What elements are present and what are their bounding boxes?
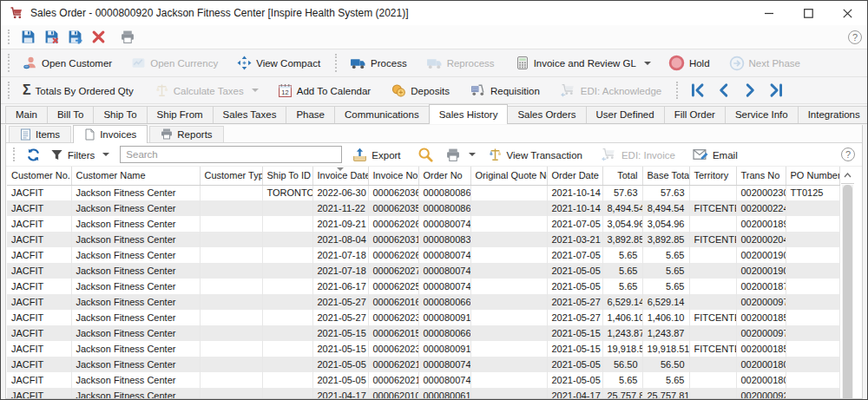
tab-service-info[interactable]: Service Info [725,106,799,123]
table-cell[interactable] [689,325,736,341]
table-cell[interactable] [262,200,312,216]
table-cell[interactable] [786,357,839,372]
table-cell[interactable] [786,263,839,279]
column-header-customer-type[interactable]: Customer Type [200,167,262,185]
table-row[interactable]: JACFITJackson Fitness Center2021-08-0400… [7,232,839,247]
table-cell[interactable]: Jackson Fitness Center [71,279,200,294]
table-cell[interactable]: JACFIT [7,279,71,294]
export-button[interactable]: Export [347,146,405,164]
table-cell[interactable]: Jackson Fitness Center [71,372,200,388]
table-cell[interactable]: 3,892.85 [642,232,689,247]
table-cell[interactable] [470,279,547,294]
table-cell[interactable]: 0020001802 [736,357,786,372]
table-cell[interactable]: 6,529.14 [642,294,689,310]
table-cell[interactable]: Jackson Fitness Center [71,263,200,279]
table-cell[interactable]: 0000800918 [418,310,470,325]
table-cell[interactable] [689,279,736,294]
table-cell[interactable]: 1,243.87 [602,325,642,341]
table-cell[interactable]: 2021-06-17 [312,279,368,294]
table-cell[interactable] [786,247,839,263]
table-cell[interactable] [786,341,839,357]
table-cell[interactable]: 2021-05-27 [312,310,368,325]
column-header-ship-to-id[interactable]: Ship To ID [262,167,312,185]
next-record-button[interactable] [737,80,763,101]
table-cell[interactable]: 56.50 [642,357,689,372]
table-cell[interactable]: 2021-04-17 [547,388,602,399]
email-button[interactable]: Email [687,146,743,163]
table-cell[interactable] [262,310,312,325]
open-customer-button[interactable]: Open Customer [16,53,118,73]
table-cell[interactable] [786,372,839,388]
table-cell[interactable]: 2021-05-05 [312,372,368,388]
table-cell[interactable]: 0000800911 [418,341,470,357]
table-cell[interactable]: JACFIT [7,185,71,200]
table-cell[interactable]: 0000800748 [418,279,470,294]
table-cell[interactable]: 2021-05-15 [312,325,368,341]
table-cell[interactable] [262,341,312,357]
table-cell[interactable]: 2021-05-27 [547,294,602,310]
table-row[interactable]: JACFITJackson Fitness Center2021-05-0500… [7,357,839,372]
minimize-button[interactable] [750,1,789,25]
table-cell[interactable]: 1,243.87 [642,325,689,341]
delete-button[interactable] [87,27,110,47]
table-cell[interactable]: 0000620219 [368,372,418,388]
table-cell[interactable]: 5.65 [642,279,689,294]
table-cell[interactable]: 2021-11-22 [312,200,368,216]
table-cell[interactable]: 8,494.54 [642,200,689,216]
table-cell[interactable]: 0020001852 [736,341,786,357]
table-cell[interactable] [470,294,547,310]
table-row[interactable]: JACFITJackson Fitness Center2021-04-1700… [7,388,839,399]
tab-phase[interactable]: Phase [286,106,335,123]
table-row[interactable]: JACFITJackson Fitness Center2021-05-1500… [7,341,839,357]
table-cell[interactable]: 25,757.81 [602,388,642,399]
table-cell[interactable]: 0020001903 [736,263,786,279]
table-cell[interactable]: 2021-04-17 [312,388,368,399]
table-cell[interactable] [262,294,312,310]
table-row[interactable]: JACFITJackson Fitness Center2021-05-2700… [7,310,839,325]
table-cell[interactable] [262,279,312,294]
table-cell[interactable]: 0020001892 [736,216,786,232]
tab-sales-history[interactable]: Sales History [429,104,509,124]
table-cell[interactable] [470,247,547,263]
table-cell[interactable] [200,294,262,310]
scrollbar-track[interactable] [842,185,853,399]
table-cell[interactable]: 0020001900 [736,247,786,263]
table-cell[interactable]: 0000620163 [368,294,418,310]
hold-button[interactable]: Hold [662,52,716,74]
table-cell[interactable] [470,200,547,216]
table-cell[interactable]: 2021-10-14 [547,200,602,216]
table-cell[interactable] [262,388,312,399]
table-cell[interactable] [200,357,262,372]
table-cell[interactable] [262,325,312,341]
deposits-button[interactable]: Deposits [385,81,456,101]
table-cell[interactable] [470,372,547,388]
table-cell[interactable]: Jackson Fitness Center [71,247,200,263]
scrollbar-thumb[interactable] [843,185,852,399]
table-cell[interactable]: 0000620261 [368,216,418,232]
help-icon[interactable]: ? [848,30,862,44]
table-cell[interactable] [470,232,547,247]
table-cell[interactable]: FITCENTER [689,200,736,216]
table-cell[interactable]: Jackson Fitness Center [71,310,200,325]
table-cell[interactable]: 5.65 [642,263,689,279]
table-cell[interactable]: 0000800748 [418,263,470,279]
table-cell[interactable]: FITCENTER [689,232,736,247]
table-cell[interactable] [689,388,736,399]
table-cell[interactable]: JACFIT [7,216,71,232]
table-cell[interactable] [689,372,736,388]
table-cell[interactable]: 0000620156 [368,325,418,341]
table-cell[interactable]: 0020001803 [736,372,786,388]
table-cell[interactable]: JACFIT [7,310,71,325]
table-cell[interactable]: 0000800834 [418,232,470,247]
table-cell[interactable] [470,388,547,399]
subtab-items[interactable]: Items [9,126,71,142]
table-cell[interactable]: Jackson Fitness Center [71,388,200,399]
table-cell[interactable]: 0000620272 [368,263,418,279]
table-cell[interactable] [689,185,736,200]
table-cell[interactable] [200,185,262,200]
table-cell[interactable]: 56.50 [602,357,642,372]
table-row[interactable]: JACFITJackson Fitness Center2021-05-0500… [7,372,839,388]
table-cell[interactable]: JACFIT [7,388,71,399]
table-cell[interactable] [200,388,262,399]
table-cell[interactable]: 0000800748 [418,372,470,388]
